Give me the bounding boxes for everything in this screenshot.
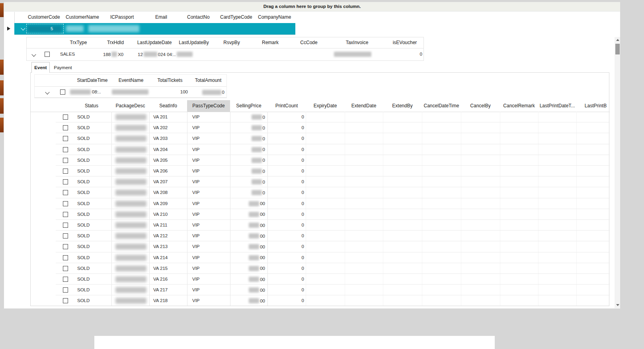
scroll-up-button[interactable]: [615, 37, 620, 43]
ticket-row[interactable]: SOLDVA 202VIP00: [56, 122, 610, 133]
group-by-panel[interactable]: Drag a column here to group by this colu…: [4, 2, 620, 12]
ticket-row[interactable]: SOLDVA 210VIP000: [56, 209, 610, 220]
ticket-row[interactable]: SOLDVA 203VIP00: [56, 133, 610, 144]
chevron-down-icon[interactable]: [21, 26, 25, 30]
column-header-EventName[interactable]: EventName: [119, 75, 144, 86]
column-header-Email[interactable]: Email: [155, 12, 167, 23]
pass-type-cell: VIP: [192, 274, 200, 285]
pass-type-cell: VIP: [192, 295, 200, 306]
row-checkbox[interactable]: [63, 169, 68, 174]
row-checkbox[interactable]: [63, 136, 68, 141]
ticket-row[interactable]: SOLDVA 204VIP00: [56, 144, 610, 155]
ticket-row[interactable]: SOLDVA 217VIP000: [56, 285, 610, 295]
customer-code-cell[interactable]: 5: [26, 24, 64, 33]
ticket-row[interactable]: SOLDVA 208VIP00: [56, 187, 610, 198]
row-checkbox[interactable]: [63, 266, 68, 271]
column-header-CcCode[interactable]: CcCode: [300, 37, 317, 48]
tab-payment[interactable]: Payment: [51, 63, 75, 72]
column-header-SellingPrice[interactable]: SellingPrice: [230, 100, 267, 112]
column-header-TaxInvoice[interactable]: TaxInvoice: [346, 37, 369, 48]
pass-type-cell: VIP: [192, 263, 200, 274]
seat-info-cell: VA 204: [153, 144, 168, 155]
row-checkbox[interactable]: [63, 212, 68, 217]
column-header-CancelDateTime[interactable]: CancelDateTime: [422, 100, 461, 112]
column-header-ExtendDate[interactable]: ExtendDate: [345, 100, 383, 112]
row-checkbox[interactable]: [63, 244, 68, 249]
ticket-row[interactable]: SOLDVA 201VIP00: [56, 112, 610, 122]
ticket-row[interactable]: SOLDVA 218VIP000: [56, 295, 610, 306]
column-header-isEVoucher[interactable]: isEVoucher: [393, 37, 417, 48]
column-header-TrxType[interactable]: TrxType: [70, 37, 87, 48]
ticket-row[interactable]: SOLDVA 215VIP000: [56, 263, 610, 274]
redacted-package-desc: [115, 287, 146, 293]
row-checkbox[interactable]: [63, 179, 68, 184]
column-header-ExpiryDate[interactable]: ExpiryDate: [306, 100, 345, 112]
tab-event[interactable]: Event: [31, 62, 50, 73]
ticket-row[interactable]: SOLDVA 205VIP00: [56, 155, 610, 166]
column-header-StartDateTime[interactable]: StartDateTime: [77, 75, 108, 86]
column-header-LastUpdateBy[interactable]: LastUpdateBy: [179, 37, 209, 48]
scrollbar-thumb[interactable]: [615, 44, 620, 54]
selling-price-cell: 00: [249, 263, 265, 274]
column-header-CancelRemark[interactable]: CancelRemark: [500, 100, 538, 112]
row-checkbox[interactable]: [63, 125, 68, 130]
column-header-ContactNo[interactable]: ContactNo: [187, 12, 210, 23]
ticket-row[interactable]: SOLDVA 209VIP000: [56, 198, 610, 209]
column-header-SeatInfo[interactable]: SeatInfo: [149, 100, 187, 112]
column-header-LastUpdateDate[interactable]: LastUpdateDate: [137, 37, 172, 48]
row-checkbox[interactable]: [63, 233, 68, 238]
column-header-CustomerCode[interactable]: CustomerCode: [28, 12, 60, 23]
ticket-row[interactable]: SOLDVA 212VIP000: [56, 231, 610, 241]
row-checkbox[interactable]: [63, 223, 68, 228]
event-row[interactable]: 08:.. 100 0: [35, 87, 226, 98]
row-checkbox[interactable]: [63, 114, 68, 120]
column-header-ICPassport[interactable]: ICPassport: [110, 12, 134, 23]
row-checkbox[interactable]: [63, 190, 68, 195]
ticket-row[interactable]: SOLDVA 211VIP000: [56, 220, 610, 231]
customer-row-selected[interactable]: 5: [14, 23, 295, 35]
selling-price-cell: 00: [249, 231, 265, 241]
column-header-ExtendBy[interactable]: ExtendBy: [383, 100, 422, 112]
column-header-CancelBy[interactable]: CancelBy: [461, 100, 500, 112]
column-header-PrintCount[interactable]: PrintCount: [267, 100, 306, 112]
ticket-row[interactable]: SOLDVA 213VIP000: [56, 241, 610, 252]
vertical-scrollbar[interactable]: [615, 37, 620, 308]
redacted-tax-invoice: [334, 52, 371, 57]
pass-type-cell: VIP: [192, 112, 200, 122]
column-header-LastPrintDateT...[interactable]: LastPrintDateT...: [538, 100, 576, 112]
ticket-row[interactable]: SOLDVA 216VIP000: [56, 274, 610, 285]
chevron-down-icon[interactable]: [45, 90, 49, 94]
column-header-TotalTickets[interactable]: TotalTickets: [158, 75, 183, 86]
column-header-Remark[interactable]: Remark: [262, 37, 279, 48]
column-header-RsvpBy[interactable]: RsvpBy: [223, 37, 240, 48]
column-header-Status[interactable]: Status: [72, 100, 111, 112]
column-header-LastPrintB[interactable]: LastPrintB: [576, 100, 610, 112]
redacted-selling-price: [249, 287, 259, 293]
row-checkbox[interactable]: [45, 52, 50, 57]
date-prefix: 12: [138, 52, 143, 57]
column-header-TotalAmount[interactable]: TotalAmount: [195, 75, 222, 86]
row-checkbox[interactable]: [63, 287, 68, 293]
transaction-row[interactable]: SALES 188 X0 12 024 04:.. 0: [27, 48, 423, 60]
ticket-row[interactable]: SOLDVA 206VIP00: [56, 166, 610, 176]
row-checkbox[interactable]: [60, 89, 65, 95]
row-checkbox[interactable]: [63, 298, 68, 303]
column-header-PassTypeCode[interactable]: PassTypeCode: [187, 100, 230, 112]
chevron-down-icon[interactable]: [31, 52, 36, 56]
ticket-row[interactable]: SOLDVA 214VIP000: [56, 252, 610, 263]
scroll-down-button[interactable]: [615, 302, 620, 308]
row-checkbox[interactable]: [63, 158, 68, 163]
column-header-CardTypeCode[interactable]: CardTypeCode: [220, 12, 252, 23]
row-checkbox[interactable]: [63, 255, 68, 260]
ticket-row[interactable]: SOLDVA 207VIP00: [56, 176, 610, 187]
column-header-TrxHdId[interactable]: TrxHdId: [107, 37, 124, 48]
column-header-PackageDesc[interactable]: PackageDesc: [111, 100, 149, 112]
column-header-CompanyName[interactable]: CompanyName: [258, 12, 291, 23]
row-checkbox[interactable]: [63, 277, 68, 282]
selling-price-fragment: 00: [260, 288, 265, 293]
column-header-CustomerName[interactable]: CustomerName: [66, 12, 99, 23]
row-checkbox[interactable]: [63, 201, 68, 206]
selling-price-cell: 0: [252, 176, 265, 187]
row-checkbox[interactable]: [63, 147, 68, 152]
redacted-trx-hd-id: [111, 52, 117, 57]
